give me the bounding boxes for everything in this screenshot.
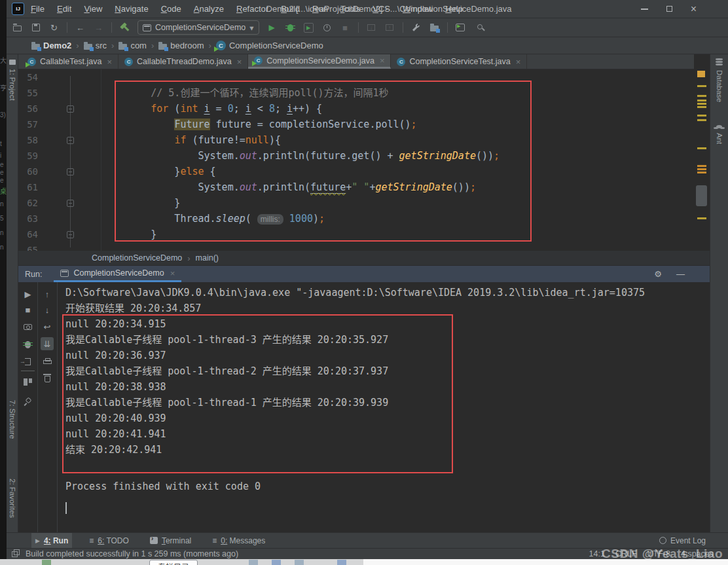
run-tab[interactable]: CompletionServiceDemo × xyxy=(54,266,181,282)
fold-marker[interactable] xyxy=(67,168,74,175)
breadcrumb-item-com[interactable]: com xyxy=(118,41,147,50)
console-icon xyxy=(60,270,69,277)
tool-button-terminal[interactable]: Terminal xyxy=(146,533,195,548)
fold-marker[interactable] xyxy=(67,105,74,113)
layout-settings-icon[interactable] xyxy=(22,375,35,388)
breadcrumb-item-bedroom[interactable]: bedroom xyxy=(158,41,204,50)
gear-icon[interactable]: ⚙ xyxy=(654,269,662,279)
menu-item-edit[interactable]: Edit xyxy=(57,4,71,14)
down-arrow-icon[interactable]: ↓ xyxy=(41,303,54,316)
code-line: }else { xyxy=(18,164,694,179)
attach-process-icon[interactable]: ↓ xyxy=(366,22,377,33)
scrollbar-thumb[interactable] xyxy=(696,185,707,206)
tool-button-ant[interactable]: Ant xyxy=(716,133,723,144)
back-icon[interactable]: ← xyxy=(75,22,86,33)
tool-button-database[interactable]: Database xyxy=(716,70,723,102)
taskbar-icon xyxy=(295,560,304,565)
save-icon[interactable] xyxy=(30,22,41,33)
rerun-button[interactable]: ▶ xyxy=(22,287,35,301)
restore-toolwindows-icon[interactable] xyxy=(12,551,18,557)
tool-button-todo[interactable]: ≡ 6: TODO xyxy=(85,533,133,548)
debug-button[interactable] xyxy=(285,22,296,33)
console-line: null 20:20:34.915 xyxy=(65,316,710,332)
soft-wrap-icon[interactable]: ↩ xyxy=(41,320,54,333)
tab-completionservicedemo[interactable]: C CompletionServiceDemo.java × xyxy=(248,54,391,69)
menu-item-navigate[interactable]: Navigate xyxy=(115,4,148,14)
tool-button-run[interactable]: ▶ 4: Run xyxy=(31,533,72,548)
close-icon[interactable]: × xyxy=(170,268,175,278)
background-fragment: e xyxy=(0,169,4,176)
code-editor[interactable]: 545556575859606162636465 // 5.创建一个循环，连续调… xyxy=(18,69,694,251)
stop-button[interactable]: ■ xyxy=(340,22,351,33)
code-lines: // 5.创建一个循环，连续调用poll()方法，间隔1秒 for (int i… xyxy=(18,69,694,251)
menu-item-refactor[interactable]: Refactor xyxy=(236,4,268,14)
close-icon[interactable]: × xyxy=(516,57,521,67)
breadcrumb-item-src[interactable]: src xyxy=(84,41,107,50)
sync-icon[interactable]: ↻ xyxy=(48,22,60,33)
tab-callablethreaddemo[interactable]: C CallableThreadDemo.java × xyxy=(118,54,248,69)
breadcrumb-item-project[interactable]: Demo2 xyxy=(31,41,71,50)
maximize-button[interactable] xyxy=(666,6,672,12)
tool-button-messages[interactable]: ≡ 0: Messages xyxy=(208,533,269,548)
background-fragment: e xyxy=(0,177,4,184)
close-icon[interactable]: × xyxy=(107,57,113,67)
console-output[interactable]: D:\Software\Java\JDK9.0.4\bin\java.exe "… xyxy=(57,282,710,532)
close-icon[interactable]: × xyxy=(380,56,385,65)
print-icon[interactable] xyxy=(41,354,54,367)
project-structure-icon[interactable] xyxy=(429,22,440,33)
menu-item-code[interactable]: Code xyxy=(161,4,181,14)
fold-marker[interactable] xyxy=(67,231,74,238)
clear-console-icon[interactable] xyxy=(41,371,54,384)
scroll-to-end-icon[interactable]: ⇊ xyxy=(41,337,54,350)
coverage-button[interactable]: ▶ xyxy=(303,22,314,33)
update-app-icon[interactable]: ↑ xyxy=(384,22,395,33)
build-hammer-icon[interactable] xyxy=(119,22,130,33)
taskbar-icon xyxy=(337,560,346,565)
console-exit-line: Process finished with exit code 0 xyxy=(65,479,710,494)
open-icon[interactable] xyxy=(12,22,23,33)
stop-button[interactable]: ■ xyxy=(22,303,35,316)
settings-wrench-icon[interactable] xyxy=(410,22,422,33)
close-button[interactable]: × xyxy=(691,5,697,13)
run-configuration-select[interactable]: CompletionServiceDemo ▾ xyxy=(137,20,259,35)
stripe-mark xyxy=(697,85,706,87)
folder-icon xyxy=(158,44,167,50)
tab-completionservicetest[interactable]: C CompletionServiceTest.java × xyxy=(391,54,527,69)
up-arrow-icon[interactable]: ↑ xyxy=(41,287,54,301)
dump-threads-icon[interactable] xyxy=(22,338,35,351)
menu-item-analyze[interactable]: Analyze xyxy=(194,4,224,14)
tool-button-favorites[interactable]: 2: Favorites xyxy=(9,479,16,518)
background-fragment: 3) xyxy=(0,111,6,118)
menu-item-file[interactable]: File xyxy=(31,4,45,14)
tool-button-project[interactable]: 1: Project xyxy=(9,69,16,101)
run-anything-icon[interactable] xyxy=(455,22,466,33)
stripe-mark xyxy=(697,168,706,170)
breadcrumb-class[interactable]: CompletionServiceDemo xyxy=(92,253,182,263)
breadcrumb-item-class[interactable]: CCompletionServiceDemo xyxy=(216,41,323,50)
class-icon: C xyxy=(254,56,263,65)
camera-icon[interactable] xyxy=(22,320,35,333)
forward-icon[interactable]: → xyxy=(93,22,104,33)
search-everywhere-icon[interactable] xyxy=(473,22,484,33)
event-log-button[interactable]: Event Log xyxy=(655,533,710,548)
minimize-button[interactable] xyxy=(641,9,648,10)
exit-icon[interactable] xyxy=(22,355,35,368)
intellij-logo-icon: IJ xyxy=(12,3,24,15)
menu-item-view[interactable]: View xyxy=(84,4,102,14)
run-left-toolbar: ▶ ■ xyxy=(18,282,38,532)
fold-marker[interactable] xyxy=(67,200,74,207)
console-icon xyxy=(143,24,151,31)
run-button[interactable]: ▶ xyxy=(266,22,278,33)
hide-panel-icon[interactable]: — xyxy=(676,269,685,279)
pin-icon[interactable] xyxy=(22,395,35,408)
chevron-down-icon: ▾ xyxy=(249,23,253,33)
tool-button-structure[interactable]: 7: Structure xyxy=(9,400,16,439)
breadcrumb-method[interactable]: main() xyxy=(196,253,219,263)
code-line: for (int i = 0; i < 8; i++) { xyxy=(18,101,694,117)
fold-marker[interactable] xyxy=(67,137,74,144)
profiler-button[interactable] xyxy=(321,22,333,33)
close-icon[interactable]: × xyxy=(237,57,242,67)
console-line: null 20:20:41.941 xyxy=(65,426,710,442)
tab-callabletest[interactable]: C CallableTest.java × xyxy=(22,54,118,69)
toolbar-separator xyxy=(67,22,67,33)
